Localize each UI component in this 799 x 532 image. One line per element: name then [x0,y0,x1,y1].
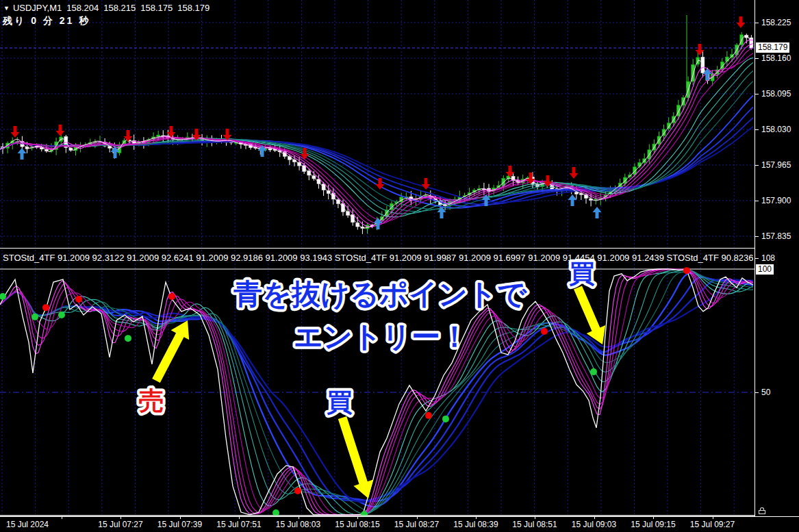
price-tick-label: 158.225 [761,18,791,27]
candles-layer [1,15,753,234]
price-tick-label: 158.160 [761,53,791,63]
stoch-tick-label: 50 [761,388,770,397]
price-axis[interactable]: 158.225158.160158.095158.030157.965157.9… [755,0,799,532]
time-axis-label: 15 Jul 08:39 [453,520,498,529]
time-axis-label: 15 Jul 09:03 [572,520,616,529]
time-axis-label: 15 Jul 09:27 [690,520,735,529]
time-axis-label: 15 Jul 08:51 [512,520,557,529]
stoch-current-tag: 100 [756,264,774,275]
price-tick-label: 157.900 [761,196,791,205]
buy-label-1[interactable]: 買 [327,388,353,416]
current-price-tag: 158.179 [756,42,789,53]
ma-ribbon [0,36,753,228]
time-axis-label: 15 Jul 07:51 [216,520,261,529]
main-price-chart[interactable] [0,0,755,249]
time-axis[interactable]: 15 Jul 202415 Jul 07:2715 Jul 07:3915 Ju… [0,516,799,532]
time-axis-label: 15 Jul 07:27 [98,520,142,529]
time-axis-label: 15 Jul 09:15 [631,520,675,529]
annotation-texts-layer[interactable]: 青を抜けるポイントでエントリー！売買買 [139,259,595,416]
panel-separator[interactable] [0,248,755,249]
price-tick-label: 158.030 [761,125,791,134]
price-tick-label: 157.835 [761,231,791,241]
symbol-label: USDJPY,M1 [13,3,62,13]
stoch-tick-label: 108 [761,253,775,263]
sell-label[interactable]: 売 [139,387,164,415]
quote-readout: ▼USDJPY,M1158.204158.215158.175158.179 [3,3,210,13]
quote-close: 158.179 [177,3,210,13]
candle-timer: 残り 0 分 21 秒 [3,15,90,27]
time-axis-label: 15 Jul 08:15 [335,520,379,529]
main-grid [0,0,754,247]
stochastic-readout: STOStd_4TF 91.2009 92.3122 91.2009 92.62… [3,249,753,266]
price-axis-border [754,0,755,516]
stochastic-panel[interactable]: 青を抜けるポイントでエントリー！売買買 [0,249,755,516]
entry-line1[interactable]: 青を抜けるポイントで [233,278,527,310]
quote-open: 158.204 [66,3,99,13]
time-axis-label: 15 Jul 07:39 [157,520,202,529]
price-tick-label: 158.095 [761,89,791,99]
price-tick-label: 157.965 [761,160,791,170]
mt4-chart-window: 青を抜けるポイントでエントリー！売買買 ▼USDJPY,M1158.204158… [0,0,799,532]
quote-low: 158.175 [140,3,173,13]
time-axis-label: 15 Jul 08:27 [394,520,439,529]
time-axis-label: 15 Jul 2024 [6,520,49,529]
entry-line2[interactable]: エントリー！ [294,320,469,353]
quote-high: 158.215 [103,3,136,13]
sell-arrows-layer [11,16,746,190]
symbol-dropdown-icon[interactable]: ▼ [3,5,10,12]
scale-lock-icon[interactable] [759,507,765,514]
time-axis-label: 15 Jul 08:03 [276,520,320,529]
buy-arrows-layer [18,68,712,229]
